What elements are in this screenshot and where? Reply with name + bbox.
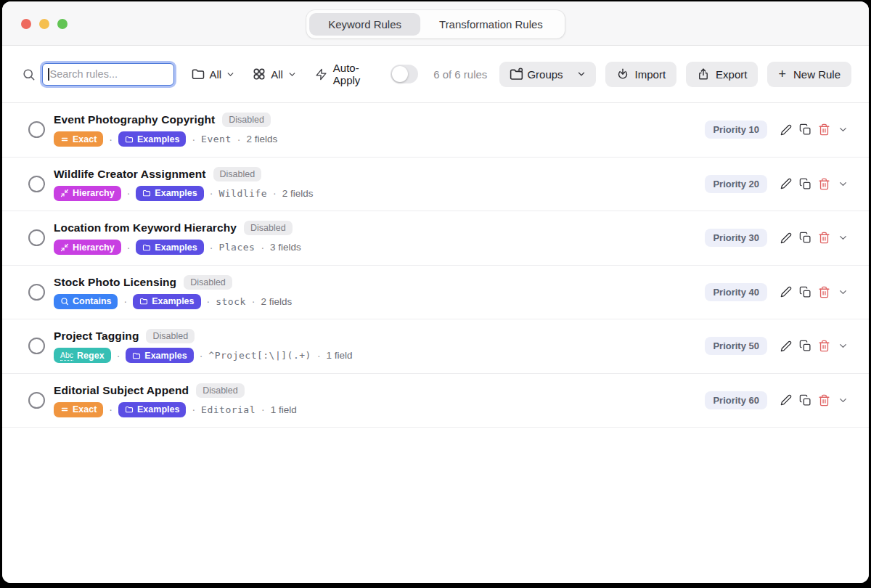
- rule-select-circle[interactable]: [28, 284, 45, 301]
- duplicate-rule-button[interactable]: [796, 282, 814, 301]
- abc-regex-icon: Abc: [60, 351, 73, 361]
- rule-select-circle[interactable]: [28, 229, 45, 246]
- edit-rule-button[interactable]: [777, 337, 796, 356]
- chevron-down-icon: [287, 70, 297, 79]
- expand-rule-button[interactable]: [833, 121, 852, 139]
- edit-rule-button[interactable]: [777, 121, 796, 139]
- duplicate-rule-button[interactable]: [796, 121, 814, 139]
- match-type-badge: Contains: [54, 294, 118, 309]
- copy-icon: [799, 123, 811, 136]
- maximize-window-button[interactable]: [57, 19, 68, 29]
- auto-apply-label: Auto-Apply: [333, 62, 377, 86]
- trash-icon: [818, 340, 830, 352]
- groups-dropdown-button[interactable]: Groups: [499, 62, 595, 87]
- empty-area: [2, 428, 869, 583]
- import-button[interactable]: Import: [605, 62, 677, 87]
- rule-select-circle[interactable]: [28, 176, 45, 192]
- separator-dot: ·: [237, 134, 241, 145]
- trash-icon: [818, 123, 830, 136]
- rule-keyword: stock: [216, 296, 246, 307]
- copy-icon: [799, 394, 811, 407]
- delete-rule-button[interactable]: [814, 229, 833, 248]
- delete-rule-button[interactable]: [814, 391, 833, 409]
- separator-dot: ·: [207, 295, 210, 307]
- pencil-icon: [780, 124, 792, 136]
- duplicate-rule-button[interactable]: [796, 174, 814, 193]
- equals-icon: [60, 405, 69, 414]
- edit-rule-button[interactable]: [777, 174, 796, 193]
- separator-dot: ·: [109, 404, 113, 415]
- minimize-window-button[interactable]: [39, 19, 49, 29]
- delete-rule-button[interactable]: [814, 121, 833, 139]
- rule-fields-count: 3 fields: [270, 242, 301, 253]
- rule-select-circle[interactable]: [28, 392, 45, 409]
- filter-grid-dropdown[interactable]: All: [252, 67, 297, 81]
- group-badge: Examples: [133, 294, 200, 309]
- search-input[interactable]: [42, 63, 174, 86]
- rule-row: Project Tagging Disabled AbcRegex · Exam…: [2, 319, 869, 374]
- match-type-badge: AbcRegex: [54, 348, 111, 363]
- filter-folder-dropdown[interactable]: All: [191, 67, 236, 81]
- grid-icon: [252, 67, 266, 81]
- rule-keyword: ^Project[:\|](.+): [208, 350, 311, 361]
- delete-rule-button[interactable]: [814, 337, 833, 356]
- rule-fields-count: 2 fields: [246, 134, 277, 144]
- copy-icon: [799, 286, 811, 298]
- rule-row: Editorial Subject Append Disabled Exact …: [2, 374, 869, 428]
- edit-rule-button[interactable]: [777, 391, 796, 409]
- separator-dot: ·: [210, 242, 213, 253]
- rule-row: Location from Keyword Hierarchy Disabled…: [2, 211, 869, 266]
- chevron-down-icon: [838, 340, 848, 351]
- filter-folder-label: All: [210, 68, 222, 81]
- pencil-icon: [780, 232, 792, 244]
- search-input-field[interactable]: [50, 68, 173, 80]
- chevron-down-icon: [838, 232, 848, 243]
- duplicate-rule-button[interactable]: [796, 391, 814, 409]
- expand-rule-button[interactable]: [833, 229, 852, 248]
- duplicate-rule-button[interactable]: [796, 229, 814, 248]
- auto-apply-control: Auto-Apply: [315, 62, 418, 86]
- edit-rule-button[interactable]: [777, 229, 796, 248]
- chevron-down-icon: [838, 287, 848, 298]
- status-badge: Disabled: [184, 275, 232, 290]
- expand-rule-button[interactable]: [833, 391, 852, 409]
- tab-transformation-rules[interactable]: Transformation Rules: [420, 13, 562, 36]
- trash-icon: [818, 232, 830, 244]
- chevron-down-icon: [226, 70, 235, 79]
- folder-icon: [142, 189, 151, 197]
- chevron-down-icon: [838, 179, 848, 189]
- pencil-icon: [780, 178, 792, 189]
- import-label: Import: [635, 68, 666, 81]
- separator-dot: ·: [123, 295, 127, 307]
- match-type-badge: Hierarchy: [54, 186, 121, 201]
- expand-rule-button[interactable]: [833, 282, 852, 301]
- export-button[interactable]: Export: [686, 62, 758, 87]
- arrows-pointing-in-icon: [60, 243, 69, 252]
- expand-rule-button[interactable]: [833, 337, 852, 356]
- edit-rule-button[interactable]: [777, 282, 796, 301]
- folder-icon: [132, 351, 141, 360]
- expand-rule-button[interactable]: [833, 174, 852, 193]
- copy-icon: [799, 232, 811, 244]
- rule-row: Event Photography Copyright Disabled Exa…: [2, 103, 869, 158]
- group-badge: Examples: [136, 186, 203, 201]
- chevron-down-icon: [838, 395, 848, 406]
- match-type-badge: Exact: [54, 131, 103, 147]
- rule-select-circle[interactable]: [28, 121, 45, 138]
- separator-dot: ·: [127, 187, 131, 199]
- rule-title: Editorial Subject Append: [54, 384, 189, 397]
- close-window-button[interactable]: [21, 19, 31, 29]
- plus-icon: +: [778, 68, 786, 81]
- groups-label: Groups: [527, 68, 563, 81]
- new-rule-button[interactable]: + New Rule: [767, 62, 851, 87]
- delete-rule-button[interactable]: [814, 174, 833, 193]
- group-badge: Examples: [126, 348, 193, 363]
- rule-select-circle[interactable]: [28, 338, 45, 354]
- priority-badge: Priority 30: [705, 229, 767, 247]
- auto-apply-toggle[interactable]: [390, 65, 418, 83]
- duplicate-rule-button[interactable]: [796, 337, 814, 356]
- tab-keyword-rules[interactable]: Keyword Rules: [309, 13, 420, 36]
- equals-icon: [60, 135, 69, 144]
- delete-rule-button[interactable]: [814, 282, 833, 301]
- status-badge: Disabled: [222, 113, 271, 127]
